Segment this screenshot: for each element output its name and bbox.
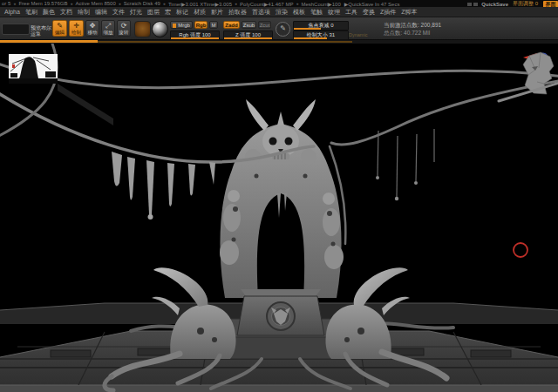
menu-item-light[interactable]: 灯光 [130,8,142,17]
live-boolean-label[interactable]: 预览布尔运算 [31,25,53,37]
zbrush-window: or 5● Free Mem 19.576GB● Active Mem 8500… [0,0,558,392]
move-icon: ✥ [90,22,96,30]
status-separator: ● [296,1,298,6]
draw-button[interactable]: ✛ 绘制 [69,20,84,37]
status-separator: ● [119,1,121,6]
z-intensity-slider[interactable]: Z 强度 100 [223,30,273,40]
menu-item-marker[interactable]: 标记 [176,8,188,17]
status-segment: or 5 [2,1,10,6]
menu-bar: Alpha 笔刷 颜色 文档 绘制 编辑 文件 灯光 图层 宏 标记 材质 影片… [0,7,558,17]
viewport-3d[interactable] [0,44,558,392]
status-separator: ● [13,1,16,6]
menu-item-edit[interactable]: 编辑 [95,8,107,17]
slider-fill [224,37,272,39]
menu-item-stencil[interactable]: 模板 [293,8,305,17]
mrgb-button[interactable]: Mrgb [170,21,193,29]
status-segment: Free Mem 19.576GB [18,1,67,6]
menu-item-tool[interactable]: 工具 [345,8,357,17]
quicksave-button[interactable]: QuickSave [481,2,508,7]
titlebar-mini-icon [467,3,472,6]
status-segment: PolyCount▶41.467 MP [240,1,293,7]
menu-item-picker[interactable]: 拾取器 [228,8,247,17]
menu-item-color[interactable]: 颜色 [43,8,55,17]
menu-item-movie[interactable]: 影片 [211,8,223,17]
top-shelf-toolbar: 预览布尔运算 ✎ 编辑 ✛ 绘制 ✥ 移动 ⤢ 缩放 ⟳ 旋转 Mrgb Rgb… [0,17,558,40]
titlebar-mini-icon [473,3,478,6]
focal-shift-slider[interactable]: 焦点衰减 0 [293,21,349,30]
status-segment: Active Mem 8500 [75,1,115,6]
viewport-canvas [0,44,558,392]
head-bust [499,52,558,101]
divider-dim-bar [98,41,352,43]
m-button[interactable]: M [209,21,218,29]
move-button[interactable]: ✥ 移动 [85,20,99,37]
pencil-icon: ✎ [57,22,63,30]
zadd-button[interactable]: Zadd [223,21,240,29]
reference-thumbnail[interactable] [9,54,113,125]
thumbnail-shadow-beam [58,84,113,125]
dynamic-toggle[interactable]: Dynamic [349,32,367,37]
slider-fill [294,28,321,30]
menu-item-preferences[interactable]: 首选项 [252,8,270,17]
rotate-button[interactable]: ⟳ 旋转 [117,20,131,37]
zsub-button[interactable]: Zsub [242,21,256,29]
shelf-text-input[interactable] [2,24,30,35]
thin-wires [376,129,434,200]
thumbnail-red-mark [12,64,15,68]
scale-button[interactable]: ⤢ 缩放 [101,20,115,37]
menu-item-render[interactable]: 渲染 [276,8,288,17]
status-separator: ● [70,1,72,6]
status-segment: MeshCount▶100 [301,1,340,7]
rgb-intensity-slider[interactable]: Rgb 强度 100 [170,30,220,40]
status-separator: ● [163,1,166,6]
slider-fill [294,37,327,39]
draw-gizmo-icon: ✛ [73,22,79,30]
rgb-button[interactable]: Rgb [194,21,208,29]
menu-item-transform[interactable]: 变换 [363,8,375,17]
material-sphere[interactable] [152,21,168,37]
status-quicksave-countdown: ▶QuickSave In 47 Secs [344,1,400,7]
point-counts: 当前激活点数: 200,891 总点数: 40.722 Mil [384,21,441,37]
menu-item-draw[interactable]: 绘制 [78,8,90,17]
menu-item-zscript[interactable]: Z脚本 [401,8,417,17]
divider-accent-bar [0,40,98,43]
menu-item-texture[interactable]: 纹理 [328,8,340,17]
total-points-count: 总点数: 40.722 Mil [384,29,441,37]
menu-item-layer[interactable]: 图层 [147,8,160,17]
color-swatch[interactable] [134,21,151,37]
rotate-icon: ⟳ [121,22,127,30]
menu-item-zplugin[interactable]: Z插件 [380,8,396,17]
menu-item-macro[interactable]: 宏 [165,8,171,17]
menu-item-alpha[interactable]: Alpha [4,9,20,15]
menu-item-document[interactable]: 文档 [60,8,72,17]
draw-size-slider[interactable]: 绘制大小 31 [293,30,349,40]
menu-item-file[interactable]: 文件 [112,8,125,17]
scale-icon: ⤢ [105,22,111,30]
status-segment: Timer▶3.001 XTime▶3.005 [168,1,232,7]
status-segment: Scratch Disk 49 [124,1,160,6]
edit-button[interactable]: ✎ 编辑 [52,20,67,37]
brush-cursor[interactable] [514,243,527,257]
zcut-button[interactable]: Zcut [258,21,271,29]
color-chip-icon [173,24,176,28]
pedestal-plinth [237,289,324,335]
menu-item-stroke[interactable]: 笔触 [310,8,323,17]
active-points-count: 当前激活点数: 200,891 [384,21,441,29]
slider-fill [171,37,219,39]
stroke-knob-icon[interactable]: ✎ [276,22,290,37]
menu-item-brush[interactable]: 笔刷 [25,8,37,17]
status-separator: ● [235,1,237,6]
menu-item-material[interactable]: 材质 [194,8,206,17]
